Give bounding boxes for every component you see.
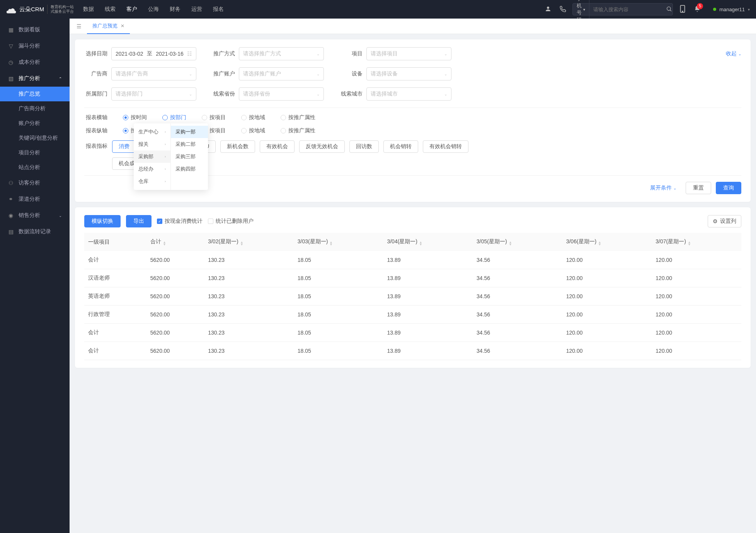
h-axis-option-0[interactable]: 按时间	[123, 114, 147, 121]
sidebar-item-7[interactable]: ▤数据流转记录	[0, 224, 70, 240]
sort-icon: ▴▾	[509, 241, 511, 246]
sidebar-item-6[interactable]: ◉销售分析⌄	[0, 207, 70, 224]
cascade-l2-0[interactable]: 采购一部	[171, 126, 208, 138]
cell: 120.00	[652, 251, 741, 269]
data-table: 一级项目合计 ▴▾3/02(星期一) ▴▾3/03(星期一) ▴▾3/04(星期…	[84, 233, 741, 360]
cell: 34.56	[473, 269, 562, 287]
sidebar-sub-关键词/创意分析[interactable]: 关键词/创意分析	[19, 131, 70, 145]
cell: 18.05	[294, 342, 383, 360]
nav-线索[interactable]: 线索	[105, 6, 116, 13]
user-menu[interactable]: manager11 ▾	[713, 7, 750, 12]
tab-promotion-overview[interactable]: 推广总预览 ✕	[87, 19, 130, 34]
city-select[interactable]: 请选择城市⌄	[366, 87, 451, 101]
cascade-l2-3[interactable]: 采购四部	[171, 163, 208, 175]
svg-point-0	[547, 7, 549, 9]
metric-tag-9[interactable]: 有效机会销转	[423, 140, 468, 153]
search-icon[interactable]	[662, 6, 676, 13]
advertiser-select[interactable]: 请选择广告商⌄	[111, 67, 196, 80]
project-label: 项目	[339, 50, 363, 57]
sidebar-sub-推广总览[interactable]: 推广总览	[0, 87, 70, 101]
metric-tag-5[interactable]: 有效机会	[260, 140, 295, 153]
sidebar-item-2[interactable]: ◷成本分析	[0, 54, 70, 70]
collapse-link[interactable]: 收起⌄	[726, 50, 741, 57]
dept-select[interactable]: 请选择部门⌄	[111, 87, 196, 101]
cascade-l2-2[interactable]: 采购三部	[171, 150, 208, 163]
metric-tag-7[interactable]: 回访数	[349, 140, 379, 153]
deleted-users-checkbox[interactable]: 统计已删除用户	[208, 218, 254, 225]
notification-bell[interactable]: 5	[694, 5, 701, 14]
date-range-picker[interactable]: 2021-03-02 至 2021-03-16 ☷	[111, 47, 196, 60]
column-settings-button[interactable]: ⚙ 设置列	[708, 215, 741, 227]
table-row: 行政管理5620.00130.2318.0513.8934.56120.0012…	[84, 306, 741, 324]
nav-数据[interactable]: 数据	[83, 6, 94, 13]
cascade-l1-4[interactable]: 仓库›	[134, 175, 170, 188]
method-label: 推广方式	[212, 50, 235, 57]
h-axis-option-4[interactable]: 按推广属性	[281, 114, 315, 121]
mobile-icon[interactable]	[679, 5, 686, 14]
col-header-7[interactable]: 3/07(星期一) ▴▾	[652, 233, 741, 251]
col-header-0[interactable]: 一级项目	[84, 233, 146, 251]
sidebar-sub-站点分析[interactable]: 站点分析	[19, 160, 70, 175]
phone-icon[interactable]	[559, 5, 566, 14]
cascade-l1-0[interactable]: 生产中心›	[134, 126, 170, 138]
metric-tag-6[interactable]: 反馈无效机会	[299, 140, 345, 153]
tab-bar: ☰ 推广总预览 ✕	[70, 19, 756, 34]
metric-tag-8[interactable]: 机会销转	[383, 140, 418, 153]
project-select[interactable]: 请选择项目⌄	[366, 47, 451, 60]
col-header-1[interactable]: 合计 ▴▾	[146, 233, 204, 251]
sidebar-sub-账户分析[interactable]: 账户分析	[19, 116, 70, 131]
col-header-4[interactable]: 3/04(星期一) ▴▾	[383, 233, 473, 251]
logo[interactable]: 云朵CRM 教育机构一站式服务云平台	[6, 4, 74, 15]
h-axis-option-2[interactable]: 按项目	[202, 114, 226, 121]
sort-icon: ▴▾	[688, 241, 690, 246]
col-header-5[interactable]: 3/05(星期一) ▴▾	[473, 233, 562, 251]
cell: 120.00	[652, 324, 741, 342]
notification-badge: 5	[697, 3, 703, 9]
metric-tag-0[interactable]: 消费	[112, 140, 136, 153]
table-row: 会计5620.00130.2318.0513.8934.56120.00120.…	[84, 324, 741, 342]
person-icon[interactable]	[545, 5, 552, 14]
col-header-2[interactable]: 3/02(星期一) ▴▾	[204, 233, 294, 251]
cell: 会计	[84, 342, 146, 360]
cascade-l2-1[interactable]: 采购二部	[171, 138, 208, 150]
sidebar-item-4[interactable]: ⚇访客分析	[0, 175, 70, 191]
nav-客户[interactable]: 客户	[126, 6, 137, 13]
expand-conditions-link[interactable]: 展开条件⌄	[650, 184, 676, 191]
query-button[interactable]: 查询	[716, 182, 741, 194]
sidebar-item-5[interactable]: ⚭渠道分析	[0, 191, 70, 207]
sidebar-item-1[interactable]: ▽漏斗分析	[0, 38, 70, 54]
status-dot-icon	[713, 8, 716, 11]
sidebar-sub-广告商分析[interactable]: 广告商分析	[19, 101, 70, 116]
nav-报名[interactable]: 报名	[213, 6, 224, 13]
search-input[interactable]	[589, 7, 662, 12]
cascade-l1-2[interactable]: 采购部›	[134, 150, 170, 163]
sidebar-item-0[interactable]: ▦数据看版	[0, 22, 70, 38]
cell: 行政管理	[84, 306, 146, 324]
menu-toggle-icon[interactable]: ☰	[71, 23, 87, 29]
toggle-axis-button[interactable]: 横纵切换	[84, 215, 121, 227]
h-axis-option-3[interactable]: 按地域	[241, 114, 265, 121]
h-axis-option-1[interactable]: 按部门	[162, 114, 186, 121]
nav-财务[interactable]: 财务	[170, 6, 180, 13]
col-header-3[interactable]: 3/03(星期一) ▴▾	[294, 233, 383, 251]
account-select[interactable]: 请选择推广账户⌄	[239, 67, 324, 80]
date-label: 选择日期	[84, 50, 107, 57]
sidebar-sub-项目分析[interactable]: 项目分析	[19, 145, 70, 160]
province-select[interactable]: 请选择省份⌄	[239, 87, 324, 101]
col-header-6[interactable]: 3/06(星期一) ▴▾	[562, 233, 652, 251]
v-axis-option-3[interactable]: 按地域	[241, 127, 265, 134]
sidebar-item-3[interactable]: ▧推广分析⌃	[0, 70, 70, 87]
cash-statistics-checkbox[interactable]: ✓ 按现金消费统计	[157, 218, 203, 225]
method-select[interactable]: 请选择推广方式⌄	[239, 47, 324, 60]
cascade-l1-1[interactable]: 报关›	[134, 138, 170, 150]
device-select[interactable]: 请选择设备⌄	[366, 67, 451, 80]
reset-button[interactable]: 重置	[686, 182, 711, 194]
nav-公海[interactable]: 公海	[148, 6, 159, 13]
metric-tag-4[interactable]: 新机会数	[220, 140, 255, 153]
v-axis-option-4[interactable]: 按推广属性	[281, 127, 315, 134]
nav-运营[interactable]: 运营	[191, 6, 202, 13]
close-icon[interactable]: ✕	[121, 23, 124, 29]
radio-icon	[281, 115, 286, 120]
cascade-l1-3[interactable]: 总经办›	[134, 163, 170, 175]
export-button[interactable]: 导出	[126, 215, 152, 227]
